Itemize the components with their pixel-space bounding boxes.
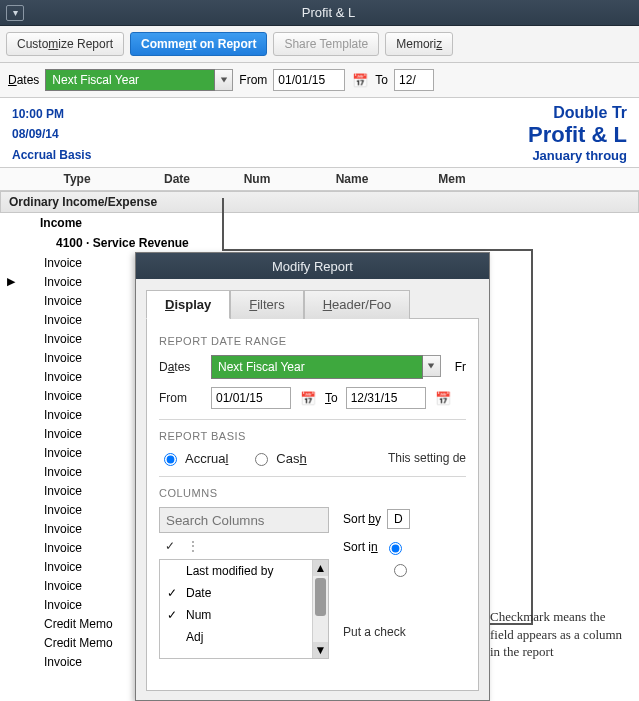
modal-to-input[interactable]	[346, 387, 426, 409]
row-type: Invoice	[22, 313, 132, 327]
columns-list[interactable]: Last modified by✓Date✓NumAdj ▲ ▼	[159, 559, 329, 659]
row-type: Invoice	[22, 503, 132, 517]
columns-scrollbar[interactable]: ▲ ▼	[312, 560, 328, 658]
row-type: Invoice	[22, 256, 132, 270]
share-template-button[interactable]: Share Template	[273, 32, 379, 56]
modal-dates-label: Dates	[159, 360, 203, 374]
row-type: Invoice	[22, 465, 132, 479]
modal-dates-dropdown-icon[interactable]	[423, 355, 441, 377]
row-type: Invoice	[22, 522, 132, 536]
report-date-range-label: REPORT DATE RANGE	[159, 335, 466, 347]
sort-in-radio-2[interactable]	[394, 564, 407, 577]
check-header-icon: ✓	[165, 539, 175, 553]
calendar-icon[interactable]: 📅	[434, 389, 452, 407]
sort-in-label: Sort in	[343, 540, 378, 554]
scroll-thumb[interactable]	[315, 578, 326, 616]
row-marker-icon: ▶	[0, 275, 22, 288]
sort-in-radio-1[interactable]	[389, 542, 402, 555]
col-date[interactable]: Date	[132, 170, 222, 188]
row-type: Invoice	[22, 351, 132, 365]
columns-footnote: Put a check	[343, 625, 410, 639]
company-name: Double Tr	[115, 104, 627, 122]
report-basis: Accrual Basis	[12, 145, 91, 165]
row-type: Credit Memo	[22, 636, 132, 650]
tab-filters[interactable]: Filters	[230, 290, 303, 319]
row-type: Credit Memo	[22, 617, 132, 631]
col-type[interactable]: Type	[22, 170, 132, 188]
report-time: 10:00 PM	[12, 104, 91, 124]
svg-marker-0	[221, 78, 227, 83]
calendar-icon[interactable]: 📅	[299, 389, 317, 407]
scroll-up-icon[interactable]: ▲	[313, 560, 328, 576]
modify-report-title: Modify Report	[136, 253, 489, 279]
sort-by-label: Sort by	[343, 512, 381, 526]
column-list-label: Last modified by	[186, 564, 273, 578]
basis-note: This setting de	[388, 451, 466, 465]
window-control-icon[interactable]: ▾	[6, 5, 24, 21]
customize-report-button[interactable]: Customize Report	[6, 32, 124, 56]
report-period: January throug	[115, 148, 627, 163]
col-num[interactable]: Num	[222, 170, 292, 188]
comment-on-report-button[interactable]: Comment on Report	[130, 32, 267, 56]
checkmark-icon: ✓	[166, 608, 178, 622]
to-label: To	[375, 73, 388, 87]
svg-marker-1	[428, 364, 434, 369]
window-title: Profit & L	[24, 5, 633, 20]
modal-from-label: From	[159, 391, 203, 405]
columns-label: COLUMNS	[159, 487, 466, 499]
row-type: Invoice	[22, 655, 132, 669]
section-ordinary-income-expense: Ordinary Income/Expense	[0, 191, 639, 213]
col-mem[interactable]: Mem	[412, 170, 492, 188]
report-name: Profit & L	[115, 122, 627, 148]
row-type: Invoice	[22, 389, 132, 403]
modal-from-trail: Fr	[455, 360, 466, 374]
date-filter-bar: Dates Next Fiscal Year From 📅 To	[0, 63, 639, 98]
dates-dropdown-icon[interactable]	[215, 69, 233, 91]
row-type: Invoice	[22, 579, 132, 593]
row-type: Invoice	[22, 560, 132, 574]
column-list-label: Date	[186, 586, 211, 600]
report-columns-header: Type Date Num Name Mem	[0, 167, 639, 191]
search-columns-input[interactable]	[159, 507, 329, 533]
checkmark-icon: ✓	[166, 586, 178, 600]
row-type: Invoice	[22, 427, 132, 441]
modal-from-input[interactable]	[211, 387, 291, 409]
row-type: Invoice	[22, 332, 132, 346]
row-type: Invoice	[22, 446, 132, 460]
to-date-input[interactable]	[394, 69, 434, 91]
scroll-down-icon[interactable]: ▼	[313, 642, 328, 658]
column-list-label: Adj	[186, 630, 203, 644]
cash-radio[interactable]: Cash	[250, 450, 306, 466]
row-type: Invoice	[22, 408, 132, 422]
from-date-input[interactable]	[273, 69, 345, 91]
accrual-radio[interactable]: Accrual	[159, 450, 228, 466]
column-list-item[interactable]: ✓Num	[160, 604, 328, 626]
modal-dates-select[interactable]: Next Fiscal Year	[211, 355, 423, 379]
modify-report-dialog: Modify Report Display Filters Header/Foo…	[135, 252, 490, 701]
row-type: Invoice	[22, 370, 132, 384]
column-list-item[interactable]: Last modified by	[160, 560, 328, 582]
row-type: Invoice	[22, 275, 132, 289]
modal-to-label: To	[325, 391, 338, 405]
report-basis-label: REPORT BASIS	[159, 430, 466, 442]
report-toolbar: Customize Report Comment on Report Share…	[0, 26, 639, 63]
column-list-item[interactable]: ✓Date	[160, 582, 328, 604]
from-label: From	[239, 73, 267, 87]
row-type: Invoice	[22, 294, 132, 308]
dates-range-select[interactable]: Next Fiscal Year	[45, 69, 215, 91]
row-type: Invoice	[22, 541, 132, 555]
row-type: Invoice	[22, 598, 132, 612]
annotation-text: Checkmark means the field appears as a c…	[490, 608, 630, 661]
tab-header-footer[interactable]: Header/Foo	[304, 290, 411, 319]
column-list-label: Num	[186, 608, 211, 622]
memorize-button[interactable]: Memoriz	[385, 32, 453, 56]
dates-label: Dates	[8, 73, 39, 87]
section-income: Income	[0, 213, 639, 233]
calendar-icon[interactable]: 📅	[351, 71, 369, 89]
column-list-item[interactable]: Adj	[160, 626, 328, 648]
sort-by-select[interactable]: D	[387, 509, 410, 529]
report-date: 08/09/14	[12, 124, 91, 144]
drag-header-icon: ⋮	[187, 539, 200, 553]
col-name[interactable]: Name	[292, 170, 412, 188]
tab-display[interactable]: Display	[146, 290, 230, 319]
